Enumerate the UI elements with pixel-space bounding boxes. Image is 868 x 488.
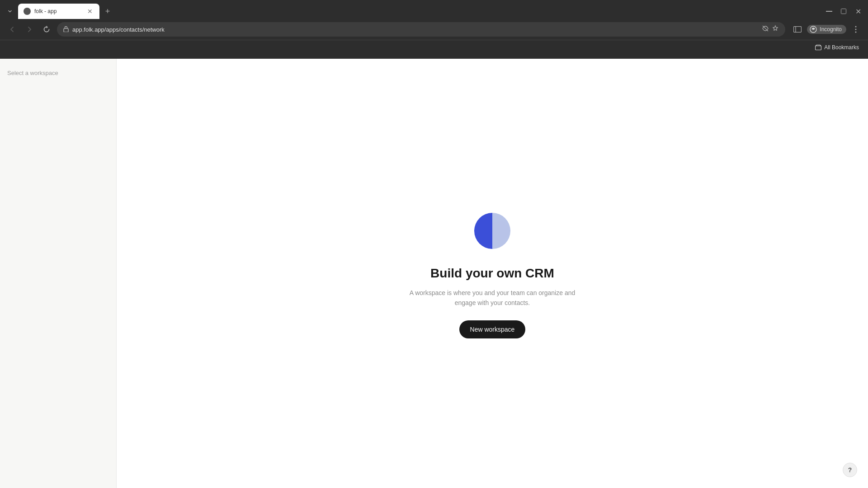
tab-bar: folk - app ✕ + ✕ [0,0,868,19]
address-bar[interactable] [57,22,785,37]
svg-rect-12 [816,46,821,50]
svg-point-10 [855,29,857,30]
close-btn[interactable]: ✕ [852,5,864,18]
svg-line-4 [763,26,768,31]
svg-point-11 [855,32,857,33]
eye-off-icon [762,25,769,34]
empty-state: Build your own CRM A workspace is where … [406,208,578,339]
star-icon[interactable] [772,25,779,34]
window-controls: ✕ [823,5,864,18]
main-content: Build your own CRM A workspace is where … [117,59,868,488]
svg-point-8 [812,28,814,30]
incognito-label: Incognito [820,26,842,33]
all-bookmarks-label: All Bookmarks [824,44,859,51]
svg-rect-3 [64,28,68,32]
sidebar-workspace-header: Select a workspace [0,66,116,80]
lock-icon [63,26,69,33]
forward-btn[interactable] [23,23,36,36]
tab-title: folk - app [34,8,82,14]
sidebar-toggle-btn[interactable] [791,23,804,36]
new-workspace-button[interactable]: New workspace [459,320,526,338]
active-tab[interactable]: folk - app ✕ [18,4,99,19]
empty-state-description: A workspace is where you and your team c… [406,288,578,308]
incognito-badge[interactable]: Incognito [807,25,846,34]
tab-dropdown-btn[interactable] [4,5,16,18]
app-container: Select a workspace Build your own CRM A … [0,59,868,488]
new-tab-btn[interactable]: + [101,5,114,18]
reload-btn[interactable] [40,23,53,36]
svg-rect-1 [826,11,832,12]
svg-rect-5 [794,27,802,33]
tab-close-btn[interactable]: ✕ [86,7,94,15]
address-bar-icons [762,25,779,34]
more-options-btn[interactable] [849,23,863,36]
url-input[interactable] [72,26,758,33]
restore-btn[interactable] [837,5,850,18]
svg-rect-2 [841,9,846,14]
folk-logo-illustration [470,208,515,253]
empty-state-title: Build your own CRM [430,266,554,281]
back-btn[interactable] [5,23,19,36]
browser-chrome: folk - app ✕ + ✕ [0,0,868,59]
browser-toolbar-icons: Incognito [791,23,863,36]
svg-point-9 [855,26,857,28]
tab-favicon [24,8,31,15]
address-bar-row: Incognito [0,19,868,40]
sidebar: Select a workspace [0,59,117,488]
svg-point-0 [25,9,29,14]
bookmarks-bar: All Bookmarks [0,40,868,54]
minimize-btn[interactable] [823,5,835,18]
help-button[interactable]: ? [843,463,857,477]
all-bookmarks-item[interactable]: All Bookmarks [811,43,863,52]
